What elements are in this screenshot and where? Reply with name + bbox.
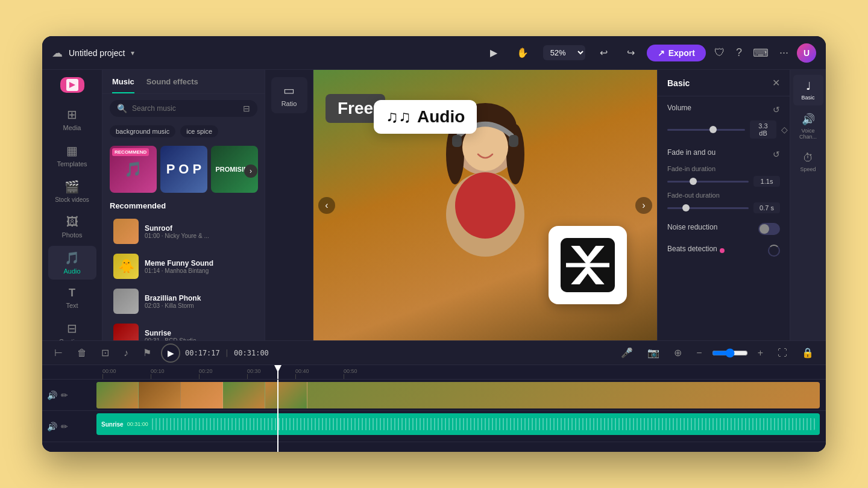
redo-btn[interactable]: ↪ (622, 45, 640, 61)
tl-camera-btn[interactable]: 📷 (643, 345, 664, 361)
song-info-sunroof: Sunroof 01:00 · Nicky Youre & ... (145, 224, 254, 239)
song-info-meme: Meme Funny Sound 01:14 · Manhoa Bintang (145, 259, 254, 274)
svg-point-10 (455, 172, 515, 239)
song-thumb-meme: 🐥 (113, 254, 139, 279)
video-track-controls: 🔊 ✏ (42, 390, 90, 400)
noise-reduction-section: Noise reduction (667, 223, 780, 235)
tab-sound-effects[interactable]: Sound effects (146, 77, 198, 93)
tl-split-btn[interactable]: ⊢ (49, 345, 68, 361)
tl-lock-btn[interactable]: 🔒 (797, 345, 819, 361)
search-input[interactable] (132, 104, 238, 113)
audio-label: Audio (63, 267, 80, 275)
ruler-marks: 00:00 00:10 00:20 00:30 00:40 (102, 365, 826, 379)
mini-tab-speed[interactable]: ⏱ Speed (793, 147, 823, 177)
cat-next-btn[interactable]: › (244, 164, 257, 178)
audio-edit-icon[interactable]: ✏ (61, 422, 68, 431)
sidebar-item-photos[interactable]: 🖼 Photos (48, 210, 96, 243)
tl-flag-btn[interactable]: ⚑ (138, 345, 156, 361)
sidebar-item-text[interactable]: T Text (48, 282, 96, 314)
sidebar-item-templates[interactable]: ▦ Templates (48, 139, 96, 172)
sidebar-item-stock-videos[interactable]: 🎬 Stock videos (48, 175, 96, 208)
audio-vol-icon[interactable]: 🔊 (47, 422, 57, 431)
zoom-selector[interactable]: 52% 25% 75% 100% (543, 45, 585, 60)
ratio-button[interactable]: ▭ Ratio (271, 77, 307, 113)
cat-card-recommend[interactable]: 🎵 RECOMMEND (110, 146, 157, 193)
audio-waveform (152, 418, 815, 430)
song-name-sunrise: Sunrise (145, 329, 254, 337)
video-thumb-4 (223, 382, 265, 408)
voice-change-label: VoiceChan... (799, 128, 817, 140)
song-item-brazillian[interactable]: Brazillian Phonk 02:03 · Killa Storm (106, 284, 261, 319)
props-content: Volume ↺ 3.3 dB ◇ Fade in and ou ↺ (658, 96, 790, 340)
props-header: Basic ✕ (658, 70, 790, 96)
song-item-sunrise[interactable]: Sunrise 00:31 · BCD Studio (106, 319, 261, 340)
sidebar-item-captions[interactable]: ⊟ Captions (48, 316, 96, 340)
avatar[interactable]: U (797, 43, 816, 63)
video-edit-icon[interactable]: ✏ (61, 390, 68, 400)
tl-play-btn[interactable]: ▶ (161, 343, 180, 363)
fade-out-slider[interactable] (667, 207, 749, 209)
export-button[interactable]: ↗ Export (647, 45, 706, 61)
undo-btn[interactable]: ↩ (595, 45, 612, 61)
sidebar-item-audio[interactable]: 🎵 Audio (48, 246, 96, 280)
shield-btn[interactable]: 🛡 (712, 44, 728, 61)
tl-time-separator: | (225, 349, 229, 357)
song-thumb-brazillian (113, 289, 139, 314)
tl-audio-btn[interactable]: ♪ (119, 345, 133, 361)
video-vol-icon[interactable]: 🔊 (47, 390, 57, 400)
audio-clip-label: Sunrise (101, 421, 124, 428)
preview-nav-left[interactable]: ‹ (318, 197, 335, 214)
tl-delete-btn[interactable]: 🗑 (72, 345, 92, 361)
mini-tab-voice-change[interactable]: 🔊 VoiceChan... (793, 108, 823, 145)
project-title[interactable]: Untitled project (69, 48, 125, 58)
volume-slider-row: 3.3 dB ◇ (667, 120, 780, 139)
keyboard-btn[interactable]: ⌨ (750, 44, 771, 62)
left-sidebar: ⊞ Media ▦ Templates 🎬 Stock videos 🖼 Pho… (42, 70, 102, 340)
sidebar-item-media[interactable]: ⊞ Media (48, 102, 96, 136)
filter-icon[interactable]: ⊟ (243, 104, 250, 113)
captions-icon: ⊟ (67, 321, 77, 336)
tl-fullscreen-btn[interactable]: ⛶ (773, 345, 792, 361)
audio-track-clip[interactable]: Sunrise 00:31:00 (96, 413, 820, 435)
tl-zoom-in-btn[interactable]: + (753, 345, 768, 361)
tag-background-music[interactable]: background music (110, 125, 175, 137)
song-item-sunroof[interactable]: Sunroof 01:00 · Nicky Youre & ... (106, 214, 261, 249)
props-close-btn[interactable]: ✕ (772, 77, 780, 89)
preview-nav-right[interactable]: › (635, 197, 652, 214)
audio-tooltip-text: Audio (417, 107, 465, 127)
props-title: Basic (667, 78, 690, 88)
video-thumb-5 (265, 382, 307, 408)
tl-zoom-out-btn[interactable]: − (691, 345, 706, 361)
tab-music[interactable]: Music (112, 77, 134, 93)
play-head-btn[interactable]: ▶ (485, 45, 502, 61)
tl-mic-btn[interactable]: 🎤 (616, 345, 638, 361)
tl-split2-btn[interactable]: ⊕ (669, 345, 687, 361)
volume-slider[interactable] (667, 129, 745, 131)
dropdown-icon[interactable]: ▾ (131, 49, 134, 57)
volume-reset-icon[interactable]: ↺ (773, 105, 780, 114)
help-btn[interactable]: ? (734, 44, 744, 61)
cloud-save-icon[interactable]: ☁ (52, 46, 63, 60)
fade-reset-icon[interactable]: ↺ (773, 149, 780, 159)
tag-ice-spice[interactable]: ice spice (180, 125, 218, 137)
audio-tooltip-icon: ♫♫ (386, 107, 411, 127)
tl-zoom-slider[interactable] (712, 348, 748, 358)
video-track-clip[interactable] (96, 382, 820, 408)
volume-diamond-icon[interactable]: ◇ (781, 125, 788, 134)
song-item-meme[interactable]: 🐥 Meme Funny Sound 01:14 · Manhoa Bintan… (106, 249, 261, 284)
song-list: Sunroof 01:00 · Nicky Youre & ... 🐥 Meme… (102, 214, 265, 340)
templates-label: Templates (57, 160, 87, 167)
noise-reduction-toggle[interactable] (758, 223, 780, 235)
mini-tab-basic[interactable]: ♩ Basic (793, 75, 823, 105)
cat-card-pop[interactable]: P O P (160, 146, 207, 193)
fade-out-slider-row: 0.7 s (667, 202, 780, 213)
ratio-label: Ratio (281, 100, 297, 107)
song-info-brazillian: Brazillian Phonk 02:03 · Killa Storm (145, 294, 254, 309)
fade-in-slider[interactable] (667, 181, 749, 183)
hand-tool-btn[interactable]: ✋ (512, 45, 533, 61)
ruler-mark-30: 00:30 (247, 368, 295, 379)
tl-crop-btn[interactable]: ⊡ (96, 345, 114, 361)
main-content: ⊞ Media ▦ Templates 🎬 Stock videos 🖼 Pho… (42, 70, 826, 340)
audio-track-content: Sunrise 00:31:00 (90, 411, 826, 442)
more-btn[interactable]: ··· (777, 44, 791, 61)
